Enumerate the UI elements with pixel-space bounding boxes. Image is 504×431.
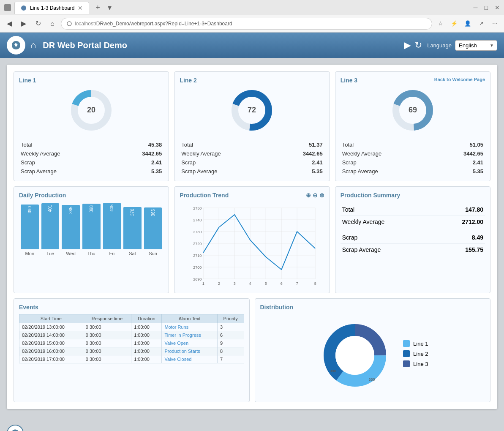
browser-chrome: Line 1-3 Dashboard ✕ + ▾ ─ □ ✕ ◀ ▶ ↻ ⌂ l… [0, 0, 504, 33]
event-cell-priority: 8 [217, 347, 244, 355]
tab-title: Line 1-3 Dashboard [30, 5, 74, 11]
line3-stats: Total51.05 Weekly Average3442.65 Scrap2.… [341, 140, 485, 176]
bar-col-fri: 405Fri [103, 203, 121, 256]
bar-thu[interactable]: 398 [82, 204, 101, 249]
address-bar[interactable]: localhost/DRweb_Demo/webreport.aspx?RepI… [61, 18, 432, 30]
line3-donut-chart: 69 [390, 87, 436, 134]
tab-favicon [21, 5, 27, 11]
production-summary-title: Production Summary [341, 192, 485, 199]
app-controls: ▶ ↻ [404, 40, 422, 51]
svg-text:4: 4 [249, 281, 251, 286]
bar-col-mon: 390Mon [21, 205, 39, 256]
app-logo [7, 36, 25, 55]
event-cell-alarm[interactable]: Motor Runs [162, 323, 218, 331]
active-tab[interactable]: Line 1-3 Dashboard ✕ [14, 2, 89, 14]
summary-scrapavg-value: 155.75 [465, 246, 483, 253]
production-trend-title: Production Trend ⊕ ⊖ ⊗ [180, 192, 324, 199]
address-text: localhost [75, 21, 95, 27]
line2-scrap-label: Scrap [180, 158, 273, 167]
bar-col-wed: 385Wed [62, 205, 80, 256]
line1-scrapavg-label: Scrap Average [19, 167, 113, 176]
close-window-button[interactable]: ✕ [495, 4, 500, 11]
bar-wed[interactable]: 385 [62, 205, 80, 249]
svg-text:5: 5 [265, 281, 267, 286]
address-path: /DRweb_Demo/webreport.aspx?RepId=Line+1-… [95, 21, 232, 27]
summary-total-label: Total [342, 206, 355, 213]
back-to-welcome-link[interactable]: Back to Welcome Page [434, 77, 485, 82]
zoom-out-button[interactable]: ⊖ [313, 192, 318, 199]
window-controls: ─ □ ✕ [474, 4, 500, 11]
bar-value-label: 405 [109, 203, 114, 213]
bar-day-label: Wed [66, 251, 75, 256]
event-cell-duration: 1:00:00 [131, 331, 162, 339]
line1-scrapavg-value: 5.35 [113, 167, 163, 176]
table-row: 02/20/2019 13:00:000:30:001:00:00Motor R… [19, 323, 244, 331]
events-card: Events Start Time Response time Duration… [14, 298, 250, 402]
browser-toolbar: ◀ ▶ ↻ ⌂ localhost/DRweb_Demo/webreport.a… [0, 15, 504, 32]
legend-line3: Line 3 [403, 360, 428, 367]
event-cell-priority: 3 [217, 323, 244, 331]
tab-close-button[interactable]: ✕ [78, 5, 83, 11]
tab-dropdown-button[interactable]: ▾ [108, 3, 112, 12]
bar-tue[interactable]: 401 [41, 203, 60, 249]
line1-card: Line 1 20 Total45.38 Weekly Average3442.… [14, 71, 169, 181]
events-title: Events [19, 304, 244, 311]
line2-weekly-label: Weekly Average [180, 149, 273, 158]
event-cell-alarm[interactable]: Valve Open [162, 339, 218, 347]
reload-button[interactable]: ↻ [32, 18, 44, 30]
legend-color-line2 [403, 350, 410, 357]
distribution-donut-chart: 900 650 [317, 317, 393, 393]
event-cell-response: 0:30:00 [83, 323, 131, 331]
maximize-button[interactable]: □ [485, 4, 488, 11]
event-cell-alarm[interactable]: Timer in Progress [162, 331, 218, 339]
line3-weekly-value: 3442.65 [434, 149, 485, 158]
bar-mon[interactable]: 390 [21, 205, 39, 249]
svg-text:3: 3 [234, 281, 236, 286]
line3-total-label: Total [341, 140, 434, 149]
language-select[interactable]: English [455, 40, 497, 51]
event-cell-alarm[interactable]: Valve Closed [162, 355, 218, 363]
back-button[interactable]: ◀ [3, 18, 15, 30]
line2-total-label: Total [180, 140, 273, 149]
event-cell-priority: 7 [217, 355, 244, 363]
home-button[interactable]: ⌂ [46, 18, 58, 30]
event-cell-start: 02/20/2019 13:00:00 [19, 323, 83, 331]
play-button[interactable]: ▶ [404, 40, 411, 51]
minimize-button[interactable]: ─ [474, 4, 478, 11]
new-tab-button[interactable]: + [93, 3, 103, 13]
refresh-button[interactable]: ↻ [414, 40, 422, 51]
language-section: Language English [427, 40, 497, 51]
bar-day-label: Fri [109, 251, 114, 256]
middle-row: Daily Production 390Mon401Tue385Wed398Th… [14, 186, 490, 293]
zoom-reset-button[interactable]: ⊗ [319, 192, 324, 199]
event-cell-duration: 1:00:00 [131, 339, 162, 347]
share-button[interactable]: ↗ [475, 18, 487, 30]
summary-weekly-row: Weekly Average 2712.00 [341, 216, 485, 228]
line1-stats: Total45.38 Weekly Average3442.65 Scrap2.… [19, 140, 163, 176]
line3-total-value: 51.05 [434, 140, 485, 149]
line3-donut-container: 69 [341, 87, 485, 134]
bookmark-button[interactable]: ☆ [435, 18, 447, 30]
col-response: Response time [83, 314, 131, 323]
bar-sat[interactable]: 370 [123, 207, 142, 249]
legend-color-line3 [403, 360, 410, 367]
summary-scrapavg-label: Scrap Average [342, 246, 381, 253]
main-content: Line 1 20 Total45.38 Weekly Average3442.… [0, 58, 504, 421]
svg-text:2: 2 [218, 281, 220, 286]
bar-sun[interactable]: 366 [144, 207, 162, 249]
line1-weekly-label: Weekly Average [19, 149, 113, 158]
zoom-in-button[interactable]: ⊕ [306, 192, 311, 199]
language-label: Language [427, 42, 452, 49]
event-cell-duration: 1:00:00 [131, 323, 162, 331]
line2-scrapavg-value: 5.35 [273, 167, 324, 176]
forward-button[interactable]: ▶ [18, 18, 30, 30]
bar-fri[interactable]: 405 [103, 203, 121, 249]
line2-total-value: 51.37 [273, 140, 324, 149]
legend-label-line1: Line 1 [413, 341, 428, 347]
bar-value-label: 366 [151, 207, 155, 218]
extensions-button[interactable]: ⚡ [448, 18, 460, 30]
home-button[interactable]: ⌂ [30, 40, 36, 51]
menu-button[interactable]: ⋯ [489, 18, 501, 30]
event-cell-alarm[interactable]: Production Starts [162, 347, 218, 355]
profile-button[interactable]: 👤 [462, 18, 474, 30]
